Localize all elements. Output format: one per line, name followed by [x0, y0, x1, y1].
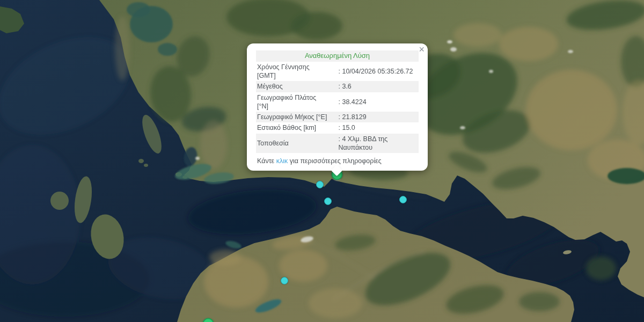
popup-title-row: Αναθεωρημένη Λύση — [256, 50, 419, 62]
table-row: Μέγεθος : 3.6 — [256, 81, 419, 92]
table-row: Γεωγραφικό Πλάτος [°N] : 38.4224 — [256, 92, 419, 112]
latitude-label: Γεωγραφικό Πλάτος [°N] — [256, 92, 338, 112]
longitude-value: : 21.8129 — [338, 112, 419, 122]
origin-time-label: Χρόνος Γέννησης [GMT] — [256, 62, 338, 82]
origin-time-value: : 10/04/2026 05:35:26.72 — [338, 62, 419, 82]
depth-label: Εστιακό Βάθος [km] — [256, 122, 338, 133]
location-value: : 4 Χλμ. ΒΒΔ της Ναυπάκτου — [338, 134, 419, 153]
depth-value: : 15.0 — [338, 122, 419, 133]
popup-close-button[interactable]: × — [419, 44, 425, 55]
table-row: Γεωγραφικό Μήκος [°E] : 21.8129 — [256, 112, 419, 122]
footer-text-prefix: Κάντε — [257, 157, 276, 165]
longitude-label: Γεωγραφικό Μήκος [°E] — [256, 112, 338, 122]
more-info-link[interactable]: κλικ — [276, 157, 288, 165]
earthquake-marker[interactable] — [324, 197, 332, 205]
footer-text-suffix: για περισσότερες πληροφορίες — [288, 157, 382, 165]
table-row: Τοποθεσία : 4 Χλμ. ΒΒΔ της Ναυπάκτου — [256, 134, 419, 153]
satellite-map[interactable]: × Αναθεωρημένη Λύση Χρόνος Γέννησης [GMT… — [0, 0, 644, 322]
earthquake-marker-selected[interactable] — [203, 318, 214, 322]
magnitude-label: Μέγεθος — [256, 81, 338, 92]
table-row: Χρόνος Γέννησης [GMT] : 10/04/2026 05:35… — [256, 62, 419, 82]
location-label: Τοποθεσία — [256, 134, 338, 153]
popup-title: Αναθεωρημένη Λύση — [256, 50, 419, 62]
earthquake-marker[interactable] — [316, 181, 324, 188]
table-row: Εστιακό Βάθος [km] : 15.0 — [256, 122, 419, 133]
latitude-value: : 38.4224 — [338, 92, 419, 112]
magnitude-value: : 3.6 — [338, 81, 419, 92]
earthquake-popup: × Αναθεωρημένη Λύση Χρόνος Γέννησης [GMT… — [247, 43, 428, 171]
earthquake-marker[interactable] — [281, 277, 288, 284]
event-details-table: Αναθεωρημένη Λύση Χρόνος Γέννησης [GMT] … — [256, 50, 419, 153]
earthquake-marker[interactable] — [399, 196, 407, 203]
